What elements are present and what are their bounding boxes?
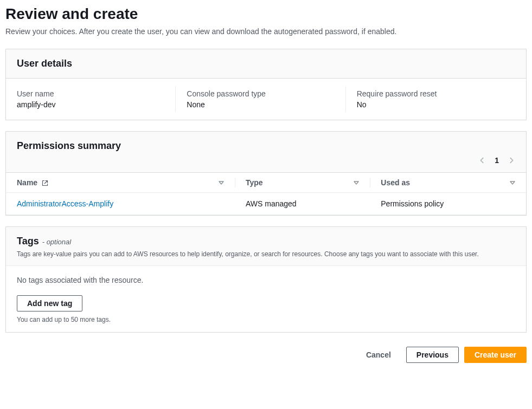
user-details-heading: User details — [17, 58, 515, 69]
cancel-button[interactable]: Cancel — [356, 347, 401, 362]
permissions-summary-heading: Permissions summary — [17, 140, 515, 152]
tags-empty-message: No tags associated with the resource. — [17, 276, 515, 284]
user-name-field: User name amplify-dev — [17, 86, 175, 112]
sort-icon — [510, 180, 515, 185]
permissions-table: Name Type — [6, 172, 526, 215]
footer-actions: Cancel Previous Create user — [5, 343, 527, 366]
console-password-type-value: None — [187, 100, 345, 109]
table-row: AdministratorAccess-Amplify AWS managed … — [6, 193, 526, 215]
require-password-reset-label: Require password reset — [357, 89, 515, 98]
console-password-type-field: Console password type None — [175, 86, 345, 112]
add-new-tag-button[interactable]: Add new tag — [17, 295, 82, 311]
policy-name-link[interactable]: AdministratorAccess-Amplify — [17, 199, 113, 208]
column-header-used-as-label: Used as — [381, 178, 410, 187]
column-header-type-label: Type — [246, 178, 263, 187]
page-number: 1 — [495, 156, 499, 165]
tags-description: Tags are key-value pairs you can add to … — [17, 250, 515, 258]
page-title: Review and create — [5, 5, 527, 23]
user-name-label: User name — [17, 89, 175, 98]
tags-optional-label: - optional — [42, 238, 71, 246]
create-user-button[interactable]: Create user — [464, 347, 527, 363]
previous-button[interactable]: Previous — [406, 347, 459, 363]
column-header-name[interactable]: Name — [6, 173, 235, 193]
tags-limit-hint: You can add up to 50 more tags. — [17, 316, 515, 323]
require-password-reset-value: No — [357, 100, 515, 109]
sort-icon — [219, 180, 224, 185]
previous-page-icon[interactable] — [478, 157, 486, 164]
permissions-pagination: 1 — [6, 156, 526, 172]
policy-used-as: Permissions policy — [370, 193, 526, 215]
column-header-type[interactable]: Type — [235, 173, 370, 193]
column-header-used-as[interactable]: Used as — [370, 173, 526, 193]
page-description: Review your choices. After you create th… — [5, 27, 527, 36]
tags-panel: Tags - optional Tags are key-value pairs… — [5, 226, 527, 333]
permissions-summary-panel: Permissions summary 1 Name — [5, 131, 527, 216]
sort-icon — [354, 180, 359, 185]
tags-heading: Tags — [17, 236, 39, 247]
external-link-icon — [42, 180, 48, 186]
policy-type: AWS managed — [235, 193, 370, 215]
user-details-panel: User details User name amplify-dev Conso… — [5, 49, 527, 120]
next-page-icon[interactable] — [508, 157, 515, 164]
column-header-name-label: Name — [17, 178, 37, 187]
user-name-value: amplify-dev — [17, 100, 175, 109]
console-password-type-label: Console password type — [187, 89, 345, 98]
require-password-reset-field: Require password reset No — [345, 86, 515, 112]
